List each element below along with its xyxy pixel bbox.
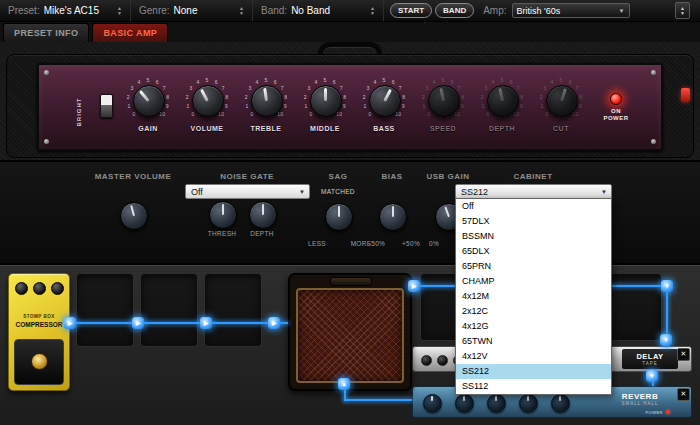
- preset-selector[interactable]: Preset: Mike's AC15 ▲ ▼: [0, 0, 131, 21]
- signal-node-icon[interactable]: ▼: [661, 280, 673, 292]
- knob-pointer: [263, 88, 268, 101]
- knob-face[interactable]: [369, 85, 401, 117]
- tab-preset-info[interactable]: PRESET INFO: [3, 23, 89, 42]
- preset-value: Mike's AC15: [44, 5, 114, 16]
- knob-scale-tick: 3: [305, 85, 312, 91]
- knob-scale-tick: 4: [312, 79, 319, 85]
- knob-scale-tick: 0: [543, 111, 550, 117]
- reverb-close-button[interactable]: ✕: [677, 388, 690, 401]
- genre-stepper[interactable]: ▲ ▼: [239, 6, 244, 16]
- genre-value: None: [174, 5, 236, 16]
- rack-knob[interactable]: [437, 355, 448, 366]
- band-button[interactable]: BAND: [435, 3, 474, 18]
- signal-node-icon[interactable]: ▶: [64, 317, 76, 329]
- band-selector[interactable]: Band: No Band ▲ ▼: [253, 0, 384, 21]
- signal-node-icon[interactable]: ▲: [338, 378, 350, 390]
- knob-face[interactable]: [192, 85, 224, 117]
- signal-node-icon[interactable]: ▼: [646, 370, 658, 382]
- cabinet-option[interactable]: 4x12M: [456, 289, 611, 304]
- knob-scale-tick: 2: [125, 94, 132, 100]
- combo-handle: [330, 277, 372, 286]
- bias-knob[interactable]: [379, 203, 407, 231]
- rack-knob[interactable]: [519, 394, 538, 413]
- empty-pedal-slot[interactable]: [140, 273, 198, 347]
- knob-pointer: [439, 88, 445, 101]
- cabinet-option[interactable]: Off: [456, 199, 611, 214]
- pedal-knob[interactable]: [33, 282, 46, 295]
- signal-node-icon[interactable]: ▶: [200, 317, 212, 329]
- cabinet-option[interactable]: 65DLX: [456, 244, 611, 259]
- cabinet-option[interactable]: SS112: [456, 379, 611, 394]
- cabinet-select[interactable]: SS212 ▼: [455, 184, 612, 199]
- delay-type: TAPE: [622, 361, 678, 366]
- amp-knob-depth: 012345678910DEPTH: [479, 69, 525, 143]
- cabinet-option[interactable]: 4x12V: [456, 349, 611, 364]
- amp-select[interactable]: British '60s ▼: [512, 3, 630, 18]
- noise-gate-thresh-knob[interactable]: [209, 201, 237, 229]
- band-stepper[interactable]: ▲ ▼: [370, 6, 375, 16]
- rack-knob[interactable]: [455, 394, 474, 413]
- dropdown-arrow-icon: ▼: [619, 8, 625, 14]
- cabinet-option[interactable]: 57DLX: [456, 214, 611, 229]
- pedal-knob[interactable]: [51, 282, 64, 295]
- amp-knob-gain[interactable]: 012345678910GAIN: [125, 69, 171, 143]
- knob-scale-tick: 3: [482, 85, 489, 91]
- cabinet-option[interactable]: 4x12G: [456, 319, 611, 334]
- signal-node-icon[interactable]: ▶: [408, 280, 420, 292]
- noise-gate-depth-knob[interactable]: [249, 201, 277, 229]
- amp-label: Amp:: [483, 5, 506, 16]
- stepper-down-icon[interactable]: ▼: [239, 11, 244, 16]
- knob-face[interactable]: [310, 85, 342, 117]
- genre-selector[interactable]: Genre: None ▲ ▼: [131, 0, 253, 21]
- combo-amp-cabinet[interactable]: [288, 273, 412, 391]
- empty-pedal-slot[interactable]: [76, 273, 134, 347]
- amp-knob-volume[interactable]: 012345678910VOLUME: [184, 69, 230, 143]
- cabinet-option[interactable]: BSSMN: [456, 229, 611, 244]
- signal-node-icon[interactable]: ▶: [268, 317, 280, 329]
- amp-selector-group: Amp: British '60s ▼ ▲ ▼: [477, 0, 700, 21]
- knob-face[interactable]: [251, 85, 283, 117]
- knob-scale-tick: 3: [541, 85, 548, 91]
- knob-label: DEPTH: [472, 125, 532, 132]
- tab-basic-amp[interactable]: BASIC AMP: [92, 23, 168, 42]
- cabinet-option[interactable]: 65TWN: [456, 334, 611, 349]
- pedal-knob[interactable]: [15, 282, 28, 295]
- knob-scale-tick: 5: [440, 77, 447, 83]
- signal-node-icon[interactable]: ▼: [660, 334, 672, 346]
- knob-label: GAIN: [118, 125, 178, 132]
- noise-gate-select[interactable]: Off ▼: [185, 184, 310, 199]
- power-led-icon: [610, 93, 622, 105]
- pedal-footswitch[interactable]: [14, 339, 64, 385]
- rack-knob[interactable]: [423, 394, 442, 413]
- cabinet-option[interactable]: 65PRN: [456, 259, 611, 274]
- stepper-down-icon[interactable]: ▼: [370, 11, 375, 16]
- usb-min-label: 0%: [419, 240, 449, 247]
- preset-stepper[interactable]: ▲ ▼: [117, 6, 122, 16]
- cabinet-option[interactable]: 2x12C: [456, 304, 611, 319]
- cabinet-value: SS212: [461, 187, 488, 197]
- rack-knob[interactable]: [421, 355, 432, 366]
- compressor-pedal[interactable]: STOMP BOX COMPRESSOR: [8, 273, 70, 391]
- stepper-down-icon[interactable]: ▼: [680, 11, 685, 16]
- knob-scale-tick: 2: [302, 94, 309, 100]
- amp-knob-bass[interactable]: 012345678910BASS: [361, 69, 407, 143]
- sag-knob[interactable]: [325, 203, 353, 231]
- amp-knob-treble[interactable]: 012345678910TREBLE: [243, 69, 289, 143]
- delay-close-button[interactable]: ✕: [677, 348, 690, 361]
- knob-label: SPEED: [413, 125, 473, 132]
- knob-scale-tick: 5: [499, 77, 506, 83]
- knob-face[interactable]: [133, 85, 165, 117]
- signal-node-icon[interactable]: ▶: [132, 317, 144, 329]
- knob-scale-tick: 0: [189, 111, 196, 117]
- stepper-down-icon[interactable]: ▼: [117, 11, 122, 16]
- cabinet-option[interactable]: SS212: [456, 364, 611, 379]
- empty-pedal-slot[interactable]: [204, 273, 262, 347]
- rack-knob[interactable]: [551, 394, 570, 413]
- rack-knob[interactable]: [487, 394, 506, 413]
- cabinet-option[interactable]: CHAMP: [456, 274, 611, 289]
- master-volume-knob[interactable]: [120, 202, 148, 230]
- amp-stepper[interactable]: ▲ ▼: [675, 2, 690, 19]
- delay-name-panel: DELAY TAPE: [622, 349, 678, 369]
- amp-knob-middle[interactable]: 012345678910MIDDLE: [302, 69, 348, 143]
- start-button[interactable]: START: [390, 3, 432, 18]
